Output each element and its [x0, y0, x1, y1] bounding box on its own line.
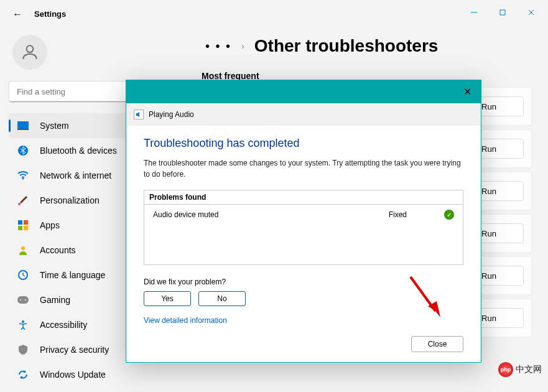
breadcrumb: • • • › Other troubleshooters — [205, 36, 542, 56]
svg-point-19 — [22, 320, 24, 323]
close-icon[interactable]: ✕ — [458, 86, 476, 98]
chevron-right-icon: › — [241, 41, 244, 51]
svg-rect-6 — [17, 129, 29, 130]
svg-point-4 — [27, 45, 34, 52]
svg-rect-13 — [24, 226, 28, 230]
close-button[interactable]: Close — [411, 336, 463, 352]
dialog-title: Troubleshooting has completed — [144, 137, 463, 150]
bluetooth-icon — [17, 145, 29, 156]
dialog-titlebar: ✕ — [126, 80, 481, 103]
sidebar-item-label: Bluetooth & devices — [40, 146, 117, 156]
problem-row[interactable]: Audio device muted Fixed ✓ — [144, 205, 463, 264]
sidebar-item-label: Accounts — [40, 245, 76, 255]
svg-rect-16 — [17, 296, 29, 304]
sidebar-item-label: Apps — [40, 220, 60, 230]
problem-name: Audio device muted — [153, 210, 389, 219]
svg-point-18 — [25, 299, 26, 301]
svg-rect-5 — [17, 121, 29, 129]
sidebar-item-label: Accessibility — [40, 320, 87, 330]
game-icon — [17, 294, 29, 306]
dialog-header: Playing Audio — [126, 103, 481, 126]
sidebar-item-label: Personalization — [40, 195, 100, 205]
svg-rect-10 — [18, 220, 22, 225]
page-title: Other troubleshooters — [254, 36, 439, 56]
minimize-button[interactable] — [460, 2, 488, 22]
sidebar-item-label: Gaming — [40, 295, 70, 305]
maximize-button[interactable] — [488, 2, 517, 22]
sidebar-item-label: Windows Update — [40, 370, 106, 380]
problems-header: Problems found — [144, 190, 463, 205]
breadcrumb-more-icon[interactable]: • • • — [205, 39, 231, 54]
window-title: Settings — [34, 9, 66, 19]
svg-point-9 — [18, 203, 21, 205]
yes-button[interactable]: Yes — [144, 291, 191, 306]
accessibility-icon — [17, 319, 29, 330]
dialog-message: The troubleshooter made some changes to … — [144, 157, 463, 180]
view-details-link[interactable]: View detailed information — [144, 316, 463, 325]
svg-rect-12 — [18, 226, 22, 230]
close-window-button[interactable] — [517, 2, 546, 22]
problems-table: Problems found Audio device muted Fixed … — [144, 190, 463, 265]
dialog-header-text: Playing Audio — [149, 110, 194, 119]
svg-point-14 — [21, 246, 25, 250]
sidebar-item-update[interactable]: Windows Update — [9, 362, 165, 387]
clock-icon — [17, 269, 29, 281]
audio-icon — [134, 110, 144, 119]
check-icon: ✓ — [444, 210, 454, 220]
window-titlebar: ← Settings — [0, 0, 548, 25]
user-avatar[interactable] — [12, 35, 47, 70]
apps-icon — [17, 220, 29, 231]
person-icon — [17, 245, 29, 256]
back-icon[interactable]: ← — [12, 9, 22, 20]
no-button[interactable]: No — [198, 291, 246, 306]
display-icon — [17, 120, 29, 131]
watermark-logo-icon: php — [498, 362, 513, 377]
watermark: php 中文网 — [498, 362, 542, 377]
svg-point-8 — [22, 178, 24, 180]
wifi-icon — [17, 170, 29, 181]
problem-status: Fixed — [389, 210, 407, 219]
followup-text: Did we fix your problem? — [144, 278, 463, 286]
svg-rect-11 — [24, 220, 28, 225]
sidebar-item-label: Privacy & security — [40, 345, 109, 355]
sidebar-item-label: System — [40, 121, 69, 131]
svg-point-17 — [20, 299, 21, 301]
svg-rect-1 — [500, 10, 505, 15]
brush-icon — [17, 195, 29, 206]
shield-icon — [17, 344, 29, 355]
sidebar-item-label: Network & internet — [40, 170, 111, 180]
watermark-text: 中文网 — [516, 364, 542, 375]
sidebar-item-label: Time & language — [40, 270, 105, 280]
update-icon — [17, 369, 29, 380]
dialog-body: Troubleshooting has completed The troubl… — [126, 126, 481, 363]
troubleshooter-dialog: ✕ Playing Audio Troubleshooting has comp… — [126, 80, 481, 363]
